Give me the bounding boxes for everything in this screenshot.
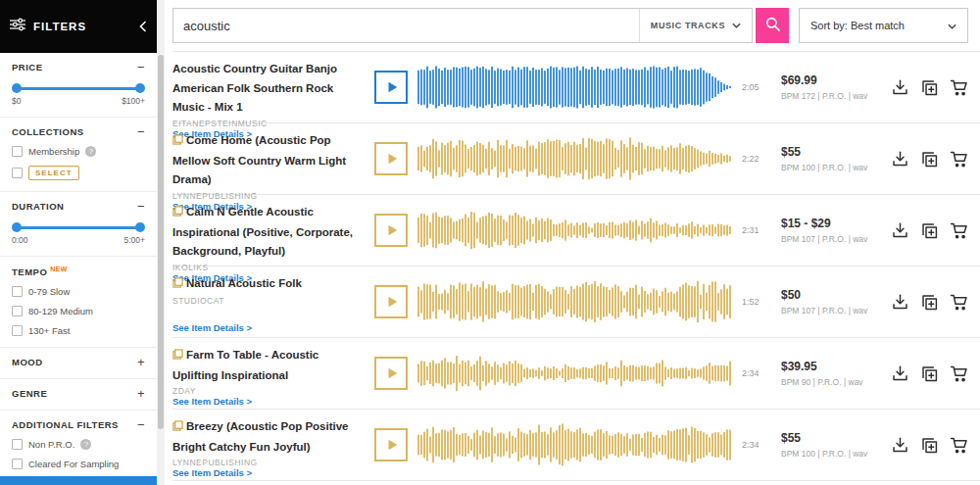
price-section-header[interactable]: PRICE − bbox=[12, 62, 145, 73]
download-icon[interactable] bbox=[891, 150, 909, 169]
cleared-sampling-checkbox[interactable] bbox=[12, 459, 23, 469]
membership-checkbox[interactable] bbox=[12, 146, 23, 157]
filters-header[interactable]: FILTERS bbox=[0, 0, 157, 53]
filter-option-tempo-fast[interactable]: 130+ Fast bbox=[12, 325, 145, 336]
add-to-collection-icon[interactable] bbox=[920, 221, 939, 240]
duration-slider[interactable] bbox=[13, 222, 144, 232]
select-checkbox[interactable] bbox=[12, 168, 23, 178]
filter-option-cleared-sampling[interactable]: Cleared For Sampling bbox=[12, 459, 145, 469]
add-to-collection-icon[interactable] bbox=[920, 150, 939, 169]
download-icon[interactable] bbox=[891, 221, 909, 240]
non-pro-checkbox[interactable] bbox=[12, 439, 23, 450]
waveform[interactable] bbox=[417, 137, 732, 180]
tempo-medium-checkbox[interactable] bbox=[12, 306, 23, 316]
add-to-cart-icon[interactable] bbox=[950, 78, 968, 97]
filter-section-collections: COLLECTIONS − Membership ? SELECT bbox=[0, 118, 157, 192]
track-title[interactable]: Farm To Table - Acoustic Uplifting Inspi… bbox=[172, 349, 318, 381]
price-slider[interactable] bbox=[13, 83, 144, 93]
play-button[interactable] bbox=[374, 428, 408, 461]
filter-option-tempo-medium[interactable]: 80-129 Medium bbox=[12, 306, 145, 316]
see-item-details-link[interactable]: See Item Details > bbox=[172, 396, 365, 407]
play-button[interactable] bbox=[374, 214, 408, 247]
track-title[interactable]: Acoustic Country Guitar Banjo American F… bbox=[172, 63, 337, 113]
collapse-sidebar-icon[interactable] bbox=[139, 21, 147, 32]
add-to-collection-icon[interactable] bbox=[920, 436, 939, 455]
track-title[interactable]: Come Home (Acoustic Pop Mellow Soft Coun… bbox=[172, 134, 346, 185]
duration-slider-handle-min[interactable] bbox=[12, 222, 22, 232]
waveform[interactable] bbox=[417, 280, 732, 323]
sidebar-scrollbar[interactable] bbox=[157, 0, 165, 485]
waveform[interactable] bbox=[417, 209, 732, 252]
add-to-collection-icon[interactable] bbox=[920, 364, 939, 383]
membership-label: Membership bbox=[28, 146, 79, 157]
add-to-collection-icon[interactable] bbox=[920, 293, 939, 312]
expand-icon[interactable]: + bbox=[137, 358, 145, 367]
results-main: MUSIC TRACKS Sort by: Best match bbox=[165, 0, 980, 485]
track-artist[interactable]: LYNNEPUBLISHING bbox=[172, 458, 365, 467]
mood-section-header[interactable]: MOOD + bbox=[12, 357, 145, 367]
sort-dropdown[interactable]: Sort by: Best match bbox=[799, 8, 968, 43]
play-button[interactable] bbox=[374, 357, 408, 390]
play-button[interactable] bbox=[374, 142, 408, 175]
additional-section-header[interactable]: ADDITIONAL FILTERS − bbox=[12, 419, 145, 430]
tempo-slow-checkbox[interactable] bbox=[12, 286, 23, 297]
track-title[interactable]: Natural Acoustic Folk bbox=[186, 277, 302, 289]
collapse-icon[interactable]: − bbox=[137, 202, 145, 212]
filter-option-membership[interactable]: Membership ? bbox=[12, 146, 145, 157]
play-icon bbox=[385, 223, 399, 237]
collections-section-header[interactable]: COLLECTIONS − bbox=[12, 126, 145, 137]
collapse-icon[interactable]: − bbox=[137, 127, 145, 137]
track-price-block: $50 BPM 107 | P.R.O. | wav bbox=[777, 288, 881, 315]
track-actions bbox=[891, 364, 968, 383]
waveform[interactable] bbox=[417, 423, 732, 466]
help-icon[interactable]: ? bbox=[85, 146, 96, 157]
filter-option-non-pro[interactable]: Non P.R.O. ? bbox=[12, 439, 145, 450]
tempo-fast-checkbox[interactable] bbox=[12, 325, 23, 336]
download-icon[interactable] bbox=[891, 436, 909, 455]
download-icon[interactable] bbox=[891, 293, 909, 312]
track-artist[interactable]: ZDAY bbox=[172, 386, 365, 396]
tempo-section-header[interactable]: TEMPONEW bbox=[12, 266, 145, 277]
play-button[interactable] bbox=[374, 285, 408, 318]
filter-option-select[interactable]: SELECT bbox=[12, 166, 145, 180]
help-icon[interactable]: ? bbox=[80, 439, 91, 450]
filters-body: PRICE − $0 $100+ COLLECTIONS − bbox=[0, 53, 157, 485]
waveform[interactable] bbox=[417, 66, 732, 109]
collapse-icon[interactable]: − bbox=[137, 63, 145, 73]
search-button[interactable] bbox=[756, 8, 789, 43]
add-to-cart-icon[interactable] bbox=[950, 436, 968, 455]
scrollbar-thumb[interactable] bbox=[158, 55, 164, 429]
add-to-cart-icon[interactable] bbox=[950, 221, 968, 240]
download-icon[interactable] bbox=[891, 364, 909, 383]
sidebar-bottom-accent bbox=[0, 476, 157, 485]
see-item-details-link[interactable]: See Item Details > bbox=[172, 322, 365, 333]
chevron-down-icon bbox=[732, 21, 741, 30]
price-slider-handle-max[interactable] bbox=[135, 83, 145, 93]
add-to-cart-icon[interactable] bbox=[950, 150, 968, 169]
price-slider-handle-min[interactable] bbox=[12, 83, 22, 93]
play-button[interactable] bbox=[374, 71, 408, 104]
duration-section-header[interactable]: DURATION − bbox=[12, 201, 145, 212]
add-to-cart-icon[interactable] bbox=[950, 293, 968, 312]
play-icon bbox=[385, 80, 399, 94]
track-artist[interactable]: STUDIOCAT bbox=[172, 296, 365, 306]
filters-title: FILTERS bbox=[33, 21, 86, 32]
filter-section-additional: ADDITIONAL FILTERS − Non P.R.O. ? Cleare… bbox=[0, 411, 157, 485]
add-to-collection-icon[interactable] bbox=[920, 78, 939, 97]
see-item-details-link[interactable]: See Item Details > bbox=[172, 467, 365, 478]
download-icon[interactable] bbox=[891, 78, 909, 97]
expand-icon[interactable]: + bbox=[137, 389, 145, 399]
track-duration: 2:34 bbox=[742, 440, 767, 450]
filter-option-tempo-slow[interactable]: 0-79 Slow bbox=[12, 286, 145, 297]
collapse-icon[interactable]: − bbox=[137, 420, 145, 430]
duration-slider-handle-max[interactable] bbox=[135, 222, 145, 232]
versions-badge-icon bbox=[172, 273, 183, 293]
track-title[interactable]: Calm N Gentle Acoustic Inspirational (Po… bbox=[172, 206, 353, 257]
filter-section-duration: DURATION − 0:00 5:00+ bbox=[0, 192, 157, 257]
search-category-dropdown[interactable]: MUSIC TRACKS bbox=[639, 9, 752, 42]
search-input[interactable] bbox=[173, 9, 639, 42]
track-title[interactable]: Breezy (Acoustic Pop Positive Bright Cat… bbox=[172, 420, 349, 453]
add-to-cart-icon[interactable] bbox=[950, 364, 968, 383]
genre-section-header[interactable]: GENRE + bbox=[12, 388, 145, 399]
waveform[interactable] bbox=[417, 352, 732, 395]
